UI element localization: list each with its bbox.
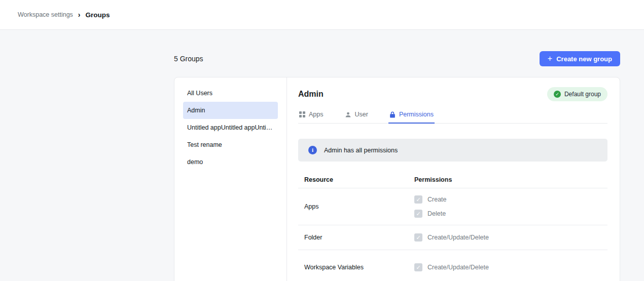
permission-label: Create/Update/Delete [427,264,489,271]
group-title: Admin [298,90,324,99]
resource-name: Apps [298,203,409,210]
group-detail-panel: Admin ✓ Default group Apps User [287,77,620,281]
groups-count-label: 5 Groups [174,55,203,63]
tab-permissions[interactable]: Permissions [388,107,435,124]
permission-option: ✓ Delete [414,210,607,218]
permission-label: Create/Update/Delete [427,234,489,241]
permissions-cell: ✓ Create/Update/Delete [409,263,607,271]
default-group-badge: ✓ Default group [547,87,607,101]
table-row: Apps ✓ Create ✓ Delete [298,188,607,225]
group-item-label: Untitled appUntitled appUntitle… [187,124,274,131]
breadcrumb-current: Groups [86,11,110,19]
resource-name: Workspace Variables [298,264,409,271]
group-detail-header: Admin ✓ Default group [298,87,607,102]
default-group-badge-label: Default group [564,91,601,98]
group-item-test-rename[interactable]: Test rename [183,136,278,153]
chevron-right-icon: › [78,11,81,18]
group-tabs: Apps User Permissions [298,107,607,124]
group-item-label: Test rename [187,141,222,148]
permission-option: ✓ Create/Update/Delete [414,233,607,242]
tab-user[interactable]: User [344,107,369,124]
permissions-column-header: Permissions [409,176,607,183]
groups-toolbar: 5 Groups + Create new group [174,51,620,66]
lock-icon [389,111,396,118]
user-icon [345,111,351,118]
tab-permissions-label: Permissions [399,111,434,118]
permission-label: Create [427,196,447,203]
group-list: All Users Admin Untitled appUntitled app… [174,77,287,281]
table-row: Workspace Variables ✓ Create/Update/Dele… [298,250,607,281]
plus-icon: + [548,55,552,63]
permissions-info-text: Admin has all permissions [324,147,398,154]
group-item-label: demo [187,158,203,166]
table-row: Folder ✓ Create/Update/Delete [298,225,607,250]
tab-apps-label: Apps [309,111,324,118]
apps-grid-icon [299,111,305,117]
tab-apps[interactable]: Apps [298,107,325,124]
group-item-label: Admin [187,107,205,114]
group-item-all-users[interactable]: All Users [183,85,278,102]
create-new-group-button[interactable]: + Create new group [540,51,620,66]
groups-card: All Users Admin Untitled appUntitled app… [174,77,620,281]
resource-name: Folder [298,234,409,241]
checkbox-checked-icon[interactable]: ✓ [414,210,422,218]
checkbox-checked-icon[interactable]: ✓ [414,195,422,204]
permissions-cell: ✓ Create ✓ Delete [409,195,607,218]
check-circle-icon: ✓ [554,91,561,98]
permissions-table: Resource Permissions Apps ✓ Create ✓ Del… [298,172,607,281]
group-item-demo[interactable]: demo [183,153,278,171]
permission-option: ✓ Create [414,195,607,204]
checkbox-checked-icon[interactable]: ✓ [414,233,422,242]
group-item-untitled-app[interactable]: Untitled appUntitled appUntitle… [183,119,278,136]
permissions-info-banner: i Admin has all permissions [298,139,607,162]
resource-column-header: Resource [298,176,409,183]
info-icon: i [308,146,317,154]
create-new-group-label: Create new group [556,55,612,63]
permission-option: ✓ Create/Update/Delete [414,263,607,271]
group-item-label: All Users [187,90,212,97]
permissions-cell: ✓ Create/Update/Delete [409,233,607,242]
top-header: Workspace settings › Groups [0,0,644,30]
breadcrumb-parent-link[interactable]: Workspace settings [18,11,73,18]
group-item-admin[interactable]: Admin [183,102,278,119]
permissions-table-header: Resource Permissions [298,172,607,188]
permission-label: Delete [427,210,446,217]
checkbox-checked-icon[interactable]: ✓ [414,263,422,271]
tab-user-label: User [355,111,368,118]
